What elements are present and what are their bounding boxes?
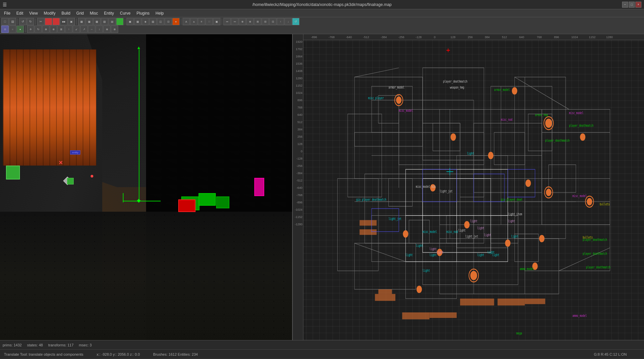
tb-misc4[interactable]: ⊕ bbox=[246, 18, 254, 25]
menu-modify[interactable]: Modify bbox=[41, 10, 58, 16]
viewport-2d[interactable]: -1024 -896 -768 -640 -512 -384 -256 -128… bbox=[293, 34, 644, 340]
tb-rot-mode[interactable]: ↻ bbox=[35, 26, 42, 33]
viewport-3d[interactable]: entity ✕ bbox=[0, 34, 293, 340]
tb-fit-mode[interactable]: ↔ bbox=[88, 26, 95, 33]
close-button[interactable]: × bbox=[635, 2, 641, 8]
ruler-label: -1152 bbox=[295, 215, 302, 219]
tb-move-mode[interactable]: ✛ bbox=[27, 26, 34, 33]
svg-text:gio_player_deathmatch: gio_player_deathmatch bbox=[356, 198, 386, 201]
entity-blue-label[interactable]: entity bbox=[70, 150, 80, 155]
tb-add-vertex[interactable]: ⊕ bbox=[103, 26, 111, 33]
tb-align-mode[interactable]: ↗ bbox=[80, 26, 88, 33]
tb-tex3[interactable]: ≡ bbox=[198, 18, 205, 25]
tb-view6[interactable]: ⊡ bbox=[165, 18, 172, 25]
tb-brush2[interactable]: ▦ bbox=[86, 18, 93, 25]
menu-misc[interactable]: Misc bbox=[87, 10, 101, 16]
tb-view3[interactable]: ◈ bbox=[142, 18, 149, 25]
tb-center-mode[interactable]: ↕ bbox=[96, 26, 103, 33]
entity-green-small[interactable] bbox=[67, 178, 74, 184]
tb-drag-mode[interactable]: ↑ bbox=[65, 26, 72, 33]
svg-rect-15 bbox=[440, 239, 559, 294]
svg-rect-131 bbox=[525, 299, 545, 304]
title-left: ☰ bbox=[3, 2, 10, 7]
tb-tex5[interactable]: ▣ bbox=[213, 18, 220, 25]
svg-text:player_deathmatch: player_deathmatch bbox=[443, 80, 467, 83]
entity-green-2[interactable] bbox=[199, 193, 216, 206]
tb-view1[interactable]: ▣ bbox=[126, 18, 134, 25]
tb-shear-mode[interactable]: ⊗ bbox=[50, 26, 57, 33]
tb-misc7[interactable]: ⊡ bbox=[269, 18, 277, 25]
tb-item4[interactable]: ▣ bbox=[68, 18, 75, 25]
tb-tex4[interactable]: ∷ bbox=[205, 18, 213, 25]
map-svg[interactable]: misc_player misc_nod gio_player_deathmat… bbox=[303, 40, 644, 340]
tb-item3[interactable]: ■■ bbox=[60, 18, 67, 25]
tb-new[interactable]: □ bbox=[1, 18, 9, 25]
ruler-label: -256 bbox=[398, 36, 404, 39]
tb-refresh[interactable]: ↺ bbox=[292, 18, 299, 25]
entity-cross[interactable]: ✕ bbox=[58, 160, 63, 166]
menu-grid[interactable]: Grid bbox=[74, 10, 87, 16]
svg-text:misc_model: misc_model bbox=[423, 230, 437, 234]
tb-cut[interactable]: ✂ bbox=[37, 18, 44, 25]
menu-help[interactable]: Help bbox=[153, 10, 167, 16]
tb-point-mode[interactable]: ○ bbox=[9, 26, 16, 33]
states-count: states: 48 bbox=[27, 343, 43, 347]
svg-point-69 bbox=[470, 271, 477, 280]
tb-tex2[interactable]: a bbox=[190, 18, 198, 25]
app-menu-icon[interactable]: ☰ bbox=[3, 2, 7, 7]
tb-misc5[interactable]: ⊞ bbox=[254, 18, 261, 25]
svg-point-58 bbox=[545, 118, 552, 128]
ruler-label: 512 bbox=[502, 36, 507, 39]
menu-edit[interactable]: Edit bbox=[14, 10, 26, 16]
tb-brush5[interactable]: ▤ bbox=[109, 18, 116, 25]
menu-entity[interactable]: Entity bbox=[101, 10, 117, 16]
tb-redo[interactable]: ↻ bbox=[27, 18, 34, 25]
tb-fill-mode[interactable]: ● bbox=[17, 26, 24, 33]
entity-red-box[interactable] bbox=[178, 199, 196, 212]
svg-rect-12 bbox=[515, 77, 566, 239]
tb-entity-place[interactable] bbox=[116, 18, 123, 25]
tb-misc6[interactable]: ⊟ bbox=[262, 18, 269, 25]
ruler-label: 512 bbox=[297, 120, 302, 124]
entity-pink-box[interactable] bbox=[254, 178, 264, 196]
tb-misc3[interactable]: ⊕ bbox=[239, 18, 246, 25]
tb-select-mode[interactable]: ⊙ bbox=[1, 26, 9, 33]
tb-item2[interactable] bbox=[52, 18, 60, 25]
svg-text:light: light bbox=[436, 250, 443, 254]
entity-green-box[interactable] bbox=[6, 166, 20, 180]
tb-del-vertex[interactable]: ⊗ bbox=[111, 26, 118, 33]
menu-build[interactable]: Build bbox=[59, 10, 73, 16]
svg-point-56 bbox=[396, 97, 401, 104]
tb-misc2[interactable]: ↤ bbox=[231, 18, 238, 25]
svg-text:light: light bbox=[492, 253, 499, 257]
tb-undo[interactable]: ↺ bbox=[19, 18, 27, 25]
ruler-label: -128 bbox=[416, 36, 422, 39]
tb-view2[interactable]: ▦ bbox=[134, 18, 141, 25]
menu-curve[interactable]: Curve bbox=[117, 10, 133, 16]
sep1 bbox=[18, 18, 18, 25]
menu-file[interactable]: File bbox=[1, 10, 13, 16]
tb-view5[interactable]: ◫ bbox=[157, 18, 164, 25]
tb-misc9[interactable]: ↓ bbox=[284, 18, 292, 25]
tb-clamp-mode[interactable]: ⊞ bbox=[57, 26, 65, 33]
tb-scale-mode[interactable]: ⊕ bbox=[42, 26, 49, 33]
svg-rect-126 bbox=[375, 294, 395, 301]
minimize-button[interactable]: − bbox=[622, 2, 628, 8]
tb-misc8[interactable]: ↑ bbox=[277, 18, 284, 25]
tb-view7[interactable]: ● bbox=[172, 18, 180, 25]
tb-brush3[interactable]: ▩ bbox=[93, 18, 101, 25]
tb-snap-mode[interactable]: ↙ bbox=[73, 26, 80, 33]
ruler-label: 640 bbox=[297, 113, 302, 116]
tb-brush-conv[interactable]: ▩ bbox=[78, 18, 85, 25]
tb-open[interactable]: ▤ bbox=[9, 18, 16, 25]
tb-item1[interactable] bbox=[45, 18, 52, 25]
menu-view[interactable]: View bbox=[27, 10, 40, 16]
tb-misc1[interactable]: ↦ bbox=[223, 18, 231, 25]
tb-view4[interactable]: ▧ bbox=[149, 18, 157, 25]
tb-tex1[interactable]: A bbox=[183, 18, 190, 25]
restore-button[interactable]: □ bbox=[629, 2, 635, 8]
tb-brush4[interactable]: ▨ bbox=[101, 18, 108, 25]
entity-green-3[interactable] bbox=[216, 196, 229, 208]
svg-point-65 bbox=[580, 133, 585, 141]
menu-plugins[interactable]: Plugins bbox=[134, 10, 152, 16]
